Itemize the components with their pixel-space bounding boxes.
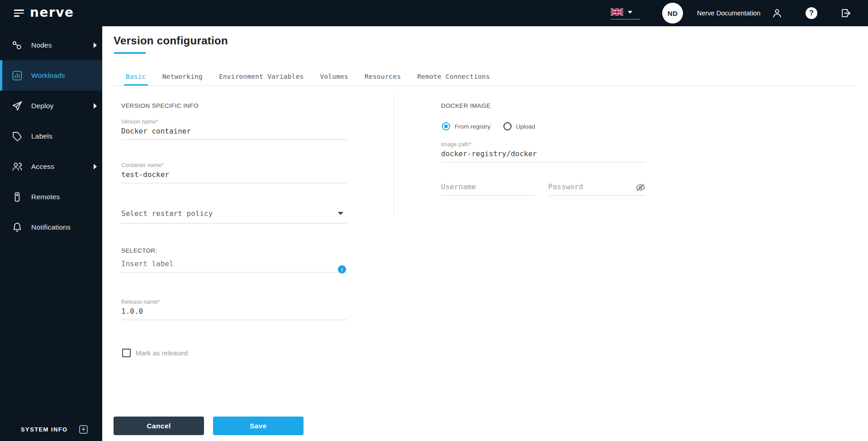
from-registry-label: From registry	[455, 123, 491, 130]
username-input[interactable]	[441, 181, 534, 196]
system-info-icon	[78, 424, 89, 435]
menu-icon[interactable]	[14, 8, 25, 19]
password-visibility-icon[interactable]	[635, 182, 646, 193]
title-accent-bar	[114, 52, 146, 54]
page-title: Version configuration	[114, 34, 228, 47]
sidebar-item-label: Access	[31, 163, 54, 171]
sidebar-item-labels[interactable]: Labels	[0, 121, 102, 151]
sidebar-item-label: Deploy	[31, 102, 53, 110]
section-version-specific-info: VERSION SPECIFIC INFO	[121, 102, 199, 109]
password-field	[548, 181, 646, 196]
topbar: nerve ND Nerve Documentation ?	[0, 0, 868, 26]
tab-bar: Basic Networking Environment Variables V…	[118, 69, 498, 86]
container-name-label: Container name*	[121, 162, 347, 168]
from-registry-radio[interactable]	[442, 122, 450, 130]
account-icon[interactable]	[771, 7, 783, 19]
sidebar-item-deploy[interactable]: Deploy	[0, 91, 102, 121]
section-docker-image: DOCKER IMAGE	[441, 102, 491, 109]
chevron-down-icon	[338, 212, 343, 215]
nodes-icon	[11, 39, 23, 51]
chevron-down-icon	[628, 11, 632, 14]
username-field	[441, 181, 534, 196]
mark-as-released-label: Mark as released	[136, 349, 188, 357]
mark-as-released-row[interactable]: Mark as released	[122, 349, 188, 357]
uk-flag-icon	[611, 8, 623, 16]
tab-environment-variables[interactable]: Environment Variables	[211, 69, 312, 86]
system-info-button[interactable]: SYSTEM INFO	[21, 424, 89, 435]
release-name-label: Release name*	[121, 299, 347, 305]
tab-remote-connections[interactable]: Remote Connections	[409, 69, 498, 86]
image-path-input[interactable]	[441, 148, 646, 163]
sidebar-item-notifications[interactable]: Notifications	[0, 212, 102, 242]
notifications-icon	[11, 221, 23, 233]
sidebar-item-workloads[interactable]: Workloads	[0, 60, 102, 91]
restart-policy-field: Select restart policy	[121, 207, 347, 224]
release-name-input[interactable]	[121, 306, 347, 320]
language-selector[interactable]	[611, 7, 640, 19]
user-avatar[interactable]: ND	[662, 3, 683, 24]
nerve-logo[interactable]: nerve	[30, 5, 74, 20]
access-icon	[11, 161, 23, 173]
remotes-icon	[11, 191, 23, 203]
tab-networking[interactable]: Networking	[154, 69, 211, 86]
image-path-label: Image path*	[441, 141, 646, 148]
restart-policy-placeholder: Select restart policy	[121, 209, 213, 218]
sidebar-item-access[interactable]: Access	[0, 151, 102, 182]
selector-field: i	[121, 258, 347, 273]
container-name-input[interactable]	[121, 169, 347, 183]
tab-volumes[interactable]: Volumes	[312, 69, 357, 86]
tabs-divider	[114, 86, 856, 86]
save-button[interactable]: Save	[213, 417, 304, 435]
container-name-field: Container name*	[121, 162, 347, 183]
image-path-field: Image path*	[441, 141, 646, 163]
sidebar-item-label: Nodes	[31, 41, 52, 49]
selector-input[interactable]	[121, 258, 347, 273]
system-info-label: SYSTEM INFO	[21, 426, 68, 433]
documentation-link[interactable]: Nerve Documentation	[697, 10, 760, 17]
app-window: nerve ND Nerve Documentation ?	[0, 0, 868, 441]
restart-policy-select[interactable]: Select restart policy	[121, 207, 347, 224]
mark-as-released-checkbox[interactable]	[122, 349, 131, 357]
sidebar-item-nodes[interactable]: Nodes	[0, 30, 102, 60]
sidebar-item-label: Workloads	[31, 72, 65, 80]
sidebar-item-label: Notifications	[31, 223, 71, 231]
version-name-label: Version name*	[121, 119, 347, 125]
version-name-field: Version name*	[121, 119, 347, 140]
sidebar-item-label: Remotes	[31, 193, 60, 201]
upload-label: Upload	[516, 123, 536, 130]
tab-resources[interactable]: Resources	[356, 69, 409, 86]
release-name-field: Release name*	[121, 299, 347, 320]
deploy-icon	[11, 100, 23, 112]
chevron-right-icon	[94, 103, 97, 109]
logout-icon[interactable]	[840, 7, 852, 19]
image-source-radio-group: From registry Upload	[442, 122, 535, 130]
chevron-right-icon	[94, 164, 97, 169]
workloads-icon	[11, 70, 23, 81]
tab-basic[interactable]: Basic	[118, 69, 154, 86]
sidebar: Nodes Workloads Deploy Labels	[0, 26, 102, 441]
help-icon[interactable]: ?	[806, 7, 817, 19]
password-input[interactable]	[548, 181, 646, 196]
info-icon[interactable]: i	[338, 265, 346, 273]
main-content: Version configuration Basic Networking E…	[102, 26, 868, 441]
section-selector: SELECTOR:	[121, 247, 157, 254]
sidebar-item-remotes[interactable]: Remotes	[0, 182, 102, 212]
column-divider	[394, 94, 394, 216]
chevron-right-icon	[94, 43, 97, 48]
cancel-button[interactable]: Cancel	[114, 417, 204, 435]
labels-icon	[11, 130, 23, 142]
upload-radio[interactable]	[503, 122, 512, 130]
version-name-input[interactable]	[121, 125, 347, 140]
sidebar-item-label: Labels	[31, 132, 52, 140]
